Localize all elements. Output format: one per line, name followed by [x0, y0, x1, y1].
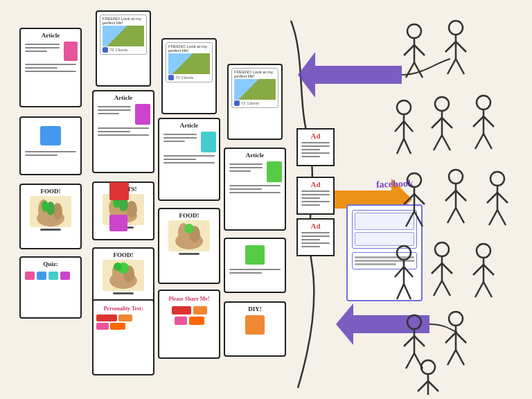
stick-figure-14	[418, 360, 438, 395]
svg-point-34	[397, 100, 411, 114]
stick-figure-5	[473, 96, 494, 149]
main-diagram: Article FOOD!	[0, 0, 532, 399]
quiz-dots	[24, 270, 78, 281]
fb-like-1: 72 13onts	[103, 47, 144, 53]
like-thumb-1	[103, 47, 108, 53]
svg-line-24	[404, 45, 414, 55]
svg-line-102	[418, 381, 428, 391]
svg-line-38	[397, 139, 404, 154]
svg-line-31	[456, 42, 466, 52]
svg-line-44	[434, 135, 442, 150]
svg-line-99	[456, 350, 464, 365]
fb-like-2: 72 13onts	[168, 75, 210, 80]
svg-line-54	[404, 194, 414, 204]
article-card-1: Article	[19, 28, 82, 107]
svg-line-93	[414, 353, 423, 369]
article-title-3: Article	[162, 122, 216, 129]
svg-line-42	[432, 118, 442, 128]
pers-row-1	[96, 314, 150, 321]
svg-line-67	[497, 193, 508, 203]
article-title-2: Article	[96, 94, 150, 101]
stick-figure-13	[445, 312, 466, 365]
fb-mini-2: FREENO Look at my perfect life! 72 13ont…	[166, 42, 213, 82]
ad-box-3: Ad	[296, 218, 335, 256]
svg-point-58	[449, 170, 463, 184]
svg-line-45	[442, 135, 450, 150]
ad-label-3: Ad	[300, 222, 331, 230]
svg-point-21	[184, 224, 194, 233]
article-title-1: Article	[24, 32, 78, 39]
svg-line-84	[473, 265, 484, 275]
article-card-3: Article	[158, 118, 220, 201]
fb-post-3: FREENO Look at my perfect life! 72 13ont…	[227, 64, 283, 140]
pers-row-2	[96, 323, 150, 330]
svg-line-61	[456, 190, 466, 201]
fb-post-1: FREENO Look at my perfect life! 72 13ont…	[96, 10, 151, 87]
svg-line-69	[497, 210, 506, 225]
svg-line-43	[442, 118, 452, 128]
article-card-4: Article	[224, 148, 286, 231]
fb-post-2: FREENO Look at my perfect life! 72 13ont…	[161, 38, 217, 114]
svg-line-96	[445, 332, 456, 343]
ad-box-1: Ad	[296, 128, 335, 166]
magenta-cube	[109, 215, 127, 231]
food-image-2	[103, 260, 144, 291]
diy-card: DIY!	[224, 301, 286, 357]
food-title-1: FOOD!	[24, 188, 78, 195]
food-card-3: FOOD!	[158, 208, 220, 284]
svg-line-60	[445, 190, 456, 201]
svg-line-25	[414, 45, 425, 55]
svg-line-85	[484, 265, 494, 275]
stick-figures-area	[393, 0, 532, 399]
stick-figure-1	[404, 24, 425, 78]
ad-label-2: Ad	[300, 180, 331, 188]
stick-figure-8	[487, 172, 508, 225]
fb-mini-title-3: FREENO Look at my perfect life!	[234, 70, 276, 78]
stick-figure-12	[404, 315, 425, 369]
svg-line-91	[414, 336, 425, 346]
svg-line-50	[475, 134, 484, 149]
article-title-4: Article	[228, 152, 282, 159]
green-block-card	[224, 238, 286, 293]
svg-line-37	[404, 121, 413, 132]
svg-line-27	[414, 62, 423, 78]
facebook-platform-box	[346, 204, 423, 301]
svg-marker-2	[336, 303, 429, 345]
food-image-1	[30, 196, 71, 227]
ad-box-2: Ad	[296, 177, 335, 215]
svg-line-103	[428, 381, 438, 391]
svg-point-64	[490, 172, 504, 186]
svg-line-80	[434, 281, 442, 296]
svg-point-100	[421, 360, 435, 374]
svg-point-88	[407, 315, 421, 329]
stick-figure-10	[432, 242, 452, 296]
svg-line-78	[432, 263, 442, 274]
svg-point-22	[407, 24, 421, 38]
svg-line-98	[447, 350, 456, 365]
quiz-card: Quiz:	[19, 256, 82, 319]
food-title-3: FOOD!	[162, 212, 216, 219]
food-title-2: FOOD!	[96, 251, 150, 258]
svg-line-62	[447, 208, 456, 223]
svg-point-76	[435, 242, 449, 256]
fb-mini-title-2: FREENO Look at my perfect life!	[168, 44, 210, 53]
fb-mini-img-1	[103, 26, 144, 46]
svg-line-79	[442, 263, 452, 274]
svg-line-63	[456, 208, 464, 223]
diy-title: DIY!	[228, 305, 282, 312]
svg-line-51	[484, 134, 492, 149]
blue-cube-card	[19, 116, 82, 175]
stick-figure-4	[432, 97, 452, 150]
svg-line-86	[475, 282, 484, 297]
svg-line-39	[404, 139, 411, 154]
svg-line-49	[484, 116, 494, 127]
food-image-3	[168, 220, 210, 251]
svg-line-33	[456, 59, 464, 74]
fb-mini-img-2	[168, 53, 210, 74]
svg-line-30	[445, 42, 456, 52]
article-card-2: Article	[92, 90, 154, 173]
like-thumb-2	[168, 75, 174, 80]
svg-line-36	[395, 121, 404, 132]
svg-point-28	[449, 21, 463, 35]
red-cube	[109, 182, 129, 200]
